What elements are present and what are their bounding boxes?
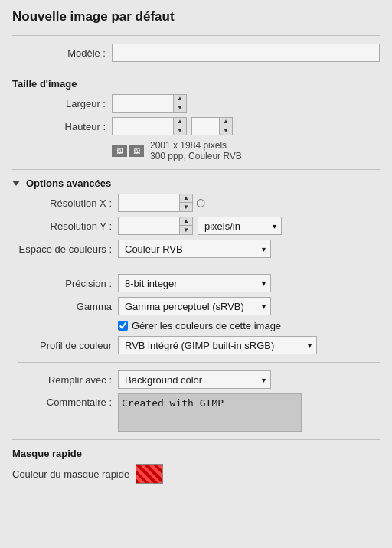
color-profile-dropdown[interactable]: RVB intégré (GIMP built-in sRGB) [118, 336, 317, 354]
unit-spin-up[interactable]: ▲ [220, 118, 232, 126]
res-x-spin-down[interactable]: ▼ [180, 203, 192, 211]
height-spin-up[interactable]: ▲ [174, 118, 186, 126]
width-input[interactable]: 2001 [112, 94, 173, 113]
comment-row: Commentaire : Created with GIMP [18, 393, 380, 432]
colorspace-label: Espace de couleurs : [18, 243, 118, 255]
color-profile-label: Profil de couleur [18, 340, 118, 351]
res-y-spin-up[interactable]: ▲ [180, 217, 192, 226]
width-label: Largeur : [12, 98, 112, 109]
model-label: Modèle : [12, 47, 112, 59]
image-icons: 🖼 🖼 [112, 145, 144, 157]
fill-row: Remplir avec : Background color [18, 370, 380, 389]
gamma-value: Gamma perceptuel (sRVB) [125, 301, 244, 312]
height-row: Hauteur : 1984 ▲ ▼ px ▲ ▼ [12, 117, 380, 135]
res-x-spin-up[interactable]: ▲ [180, 194, 192, 203]
width-spin-up[interactable]: ▲ [174, 95, 186, 103]
res-y-label: Résolution Y : [18, 220, 118, 232]
res-x-input[interactable]: 300,000 [118, 194, 179, 212]
gamma-label: Gamma [18, 301, 118, 312]
res-y-spin-buttons: ▲ ▼ [179, 217, 193, 235]
gamma-row: Gamma Gamma perceptuel (sRVB) [18, 297, 380, 315]
advanced-section: Résolution X : 300,000 ▲ ▼ ⬡ Résolution … [18, 194, 380, 432]
res-y-input[interactable]: 300,000 [118, 217, 179, 235]
unit-spinbox: px ▲ ▼ [191, 117, 233, 135]
divider-4 [18, 362, 380, 363]
portrait-icon: 🖼 [112, 145, 127, 157]
image-info: 🖼 🖼 2001 x 1984 pixels 300 ppp, Couleur … [112, 140, 380, 161]
manage-colors-row: Gérer les couleurs de cette image [118, 320, 380, 331]
height-spin-down[interactable]: ▼ [174, 126, 186, 135]
colorspace-dropdown[interactable]: Couleur RVB [118, 240, 271, 258]
res-x-label: Résolution X : [18, 197, 118, 209]
res-x-spin-buttons: ▲ ▼ [179, 194, 193, 212]
res-unit-value: pixels/in [204, 220, 240, 232]
unit-spacer: px ▲ ▼ [191, 117, 233, 135]
precision-value: 8-bit integer [125, 278, 178, 289]
triangle-down-icon [12, 181, 20, 186]
unit-spin-down[interactable]: ▼ [220, 126, 232, 135]
width-spin-down[interactable]: ▼ [174, 103, 186, 112]
mask-color-label: Couleur du masque rapide [12, 468, 136, 480]
res-x-spinbox: 300,000 ▲ ▼ [118, 194, 193, 212]
height-spin-buttons: ▲ ▼ [173, 117, 187, 135]
precision-label: Précision : [18, 278, 118, 289]
precision-row: Précision : 8-bit integer [18, 274, 380, 292]
comment-textarea[interactable]: Created with GIMP [118, 393, 302, 432]
height-label: Hauteur : [12, 121, 112, 132]
divider-1 [12, 70, 380, 70]
fill-label: Remplir avec : [18, 374, 118, 386]
mask-color-row: Couleur du masque rapide [12, 464, 380, 484]
fill-dropdown[interactable]: Background color [118, 370, 271, 389]
color-profile-value: RVB intégré (GIMP built-in sRGB) [125, 340, 274, 351]
manage-colors-checkbox[interactable] [118, 321, 128, 331]
colorspace-row: Espace de couleurs : Couleur RVB [18, 240, 380, 258]
model-row: Modèle : [12, 44, 380, 62]
comment-label: Commentaire : [18, 393, 118, 408]
height-spinbox: 1984 ▲ ▼ [112, 117, 187, 135]
width-row: Largeur : 2001 ▲ ▼ [12, 94, 380, 113]
dialog-title: Nouvelle image par défaut [12, 9, 380, 24]
quick-mask-section-title: Masque rapide [12, 448, 380, 459]
unit-spin-buttons: ▲ ▼ [219, 117, 233, 135]
res-y-spinbox: 300,000 ▲ ▼ [118, 217, 193, 235]
gamma-dropdown[interactable]: Gamma perceptuel (sRVB) [118, 297, 271, 315]
divider-top [12, 35, 380, 36]
precision-dropdown[interactable]: 8-bit integer [118, 274, 271, 292]
divider-3 [18, 266, 380, 266]
res-unit-spacer: pixels/in [198, 217, 282, 235]
width-spin-buttons: ▲ ▼ [173, 94, 187, 113]
image-info-text: 2001 x 1984 pixels 300 ppp, Couleur RVB [150, 140, 242, 161]
res-y-spin-down[interactable]: ▼ [180, 226, 192, 234]
divider-5 [12, 439, 380, 440]
divider-2 [12, 169, 380, 170]
manage-colors-label: Gérer les couleurs de cette image [132, 320, 281, 331]
fill-value: Background color [125, 374, 202, 386]
colorspace-value: Couleur RVB [125, 243, 183, 255]
image-size-section-title: Taille d'image [12, 78, 380, 90]
advanced-section-title: Options avancées [12, 178, 380, 189]
height-input[interactable]: 1984 [112, 117, 173, 135]
mask-color-swatch[interactable] [136, 464, 163, 484]
image-info-line2: 300 ppp, Couleur RVB [150, 151, 242, 161]
advanced-label: Options avancées [26, 178, 111, 189]
model-input[interactable] [112, 44, 380, 62]
unit-input[interactable]: px [191, 117, 219, 135]
res-x-row: Résolution X : 300,000 ▲ ▼ ⬡ [18, 194, 380, 212]
image-info-line1: 2001 x 1984 pixels [150, 140, 242, 151]
width-spinbox: 2001 ▲ ▼ [112, 94, 187, 113]
resolution-link-icon[interactable]: ⬡ [196, 197, 205, 208]
landscape-icon: 🖼 [129, 145, 144, 157]
dialog-container: Nouvelle image par défaut Modèle : Taill… [0, 0, 392, 501]
res-unit-dropdown[interactable]: pixels/in [198, 217, 282, 235]
res-y-row: Résolution Y : 300,000 ▲ ▼ pixels/in [18, 217, 380, 235]
color-profile-row: Profil de couleur RVB intégré (GIMP buil… [18, 336, 380, 354]
